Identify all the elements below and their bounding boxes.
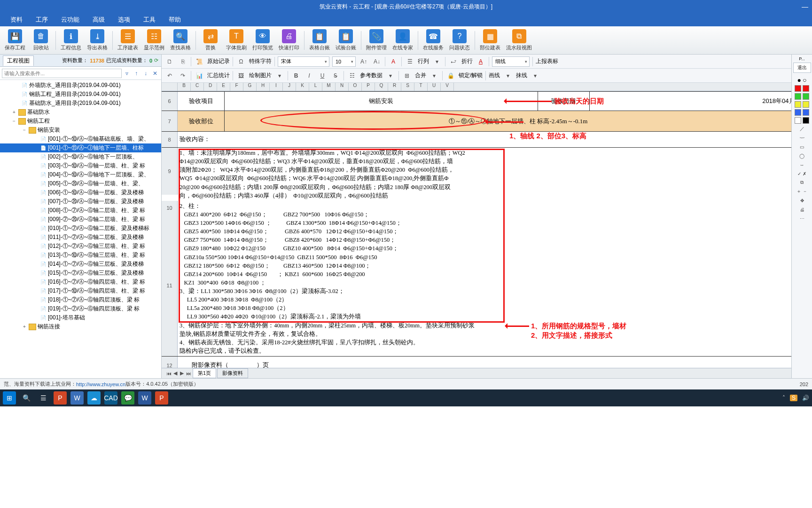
toolbar-试验台账[interactable]: 📋试验台账 — [333, 28, 359, 52]
col-header[interactable]: N — [336, 83, 349, 91]
tab-page1[interactable]: 第1页 — [193, 368, 216, 378]
col-header[interactable]: J — [283, 83, 296, 91]
col-header[interactable]: C — [191, 83, 204, 91]
project-tree[interactable]: 📄外墙防水_通用目录(2019.04.09-001)📄钢筋工程_通用目录(201… — [0, 80, 161, 378]
toolbar-回收站[interactable]: 🗑回收站 — [28, 28, 54, 52]
menu-帮助[interactable]: 帮助 — [162, 14, 187, 26]
value-check-item[interactable]: 钢筋安装 — [225, 92, 538, 111]
chevron-down-icon[interactable]: ▾ — [503, 71, 513, 81]
undo-icon[interactable]: ↶ — [164, 71, 175, 81]
btn-drawpic[interactable]: 绘制图片 — [249, 71, 272, 79]
add-icon[interactable]: ＋ － — [795, 188, 810, 195]
refresh-icon[interactable]: ⟳ — [154, 57, 158, 64]
tree-node[interactable]: +钢筋连接 — [0, 322, 161, 331]
tree-node[interactable]: 📄[001]-①~⑩/Ⓐ~Ⓖ轴基础底板、墙、梁、 — [0, 135, 161, 143]
history-icon[interactable]: 📜 — [194, 56, 204, 67]
search-icon[interactable]: 🔍 — [20, 391, 33, 405]
col-header[interactable]: V — [441, 83, 454, 91]
crop-icon[interactable]: ⧉ — [795, 179, 810, 186]
filter-icon[interactable]: ▿ — [123, 69, 131, 78]
toolbar-在线专家[interactable]: 👤在线专家 — [390, 28, 416, 52]
col-header[interactable]: R — [388, 83, 401, 91]
chart-icon[interactable]: 📊 — [194, 71, 204, 81]
underline-a-icon[interactable]: A — [476, 56, 486, 67]
new-icon[interactable]: 🗋 — [164, 56, 175, 67]
swatch-blue2[interactable] — [803, 109, 809, 116]
btn-original-record[interactable]: 原始记录 — [207, 57, 230, 65]
btn-merge[interactable]: 合并 — [415, 71, 426, 79]
tree-node[interactable]: 📄[010]-①~⑦/Ⓐ~Ⓖ轴二层板、梁及楼梯标 — [0, 224, 161, 233]
toolbar-在线服务[interactable]: ☎在线服务 — [420, 28, 446, 52]
print-icon[interactable]: 🖨 — [795, 206, 810, 213]
tree-node[interactable]: −钢筋安装 — [0, 126, 161, 135]
toolbar-打印预览[interactable]: 👁打印预览 — [250, 28, 276, 52]
cad-icon[interactable]: CAD — [104, 391, 117, 405]
btn-refdata[interactable]: 参考数据 — [360, 71, 383, 79]
toolbar-附件管理[interactable]: 📎附件管理 — [363, 28, 390, 52]
chevron-down-icon[interactable]: ▾ — [274, 71, 285, 81]
tree-node[interactable]: 📄[014]-①~⑦/Ⓐ~Ⓖ轴三层板、梁及楼梯 — [0, 260, 161, 269]
swatch-green[interactable] — [795, 93, 801, 100]
chevron-down-icon[interactable]: ▾ — [530, 71, 540, 81]
chevron-down-icon[interactable]: ▾ — [429, 71, 439, 81]
tree-node[interactable]: 📄[007]-①~⑳/Ⓐ~Ⓖ轴一层板、梁及楼梯 — [0, 197, 161, 206]
col-header[interactable]: F — [230, 83, 243, 91]
ppt2-icon[interactable]: P — [155, 391, 168, 405]
ellipse-icon[interactable]: ◯ — [795, 152, 810, 159]
tree-node[interactable]: 📄[019]-①~⑦/Ⓐ~Ⓖ轴四层顶板、梁 标 — [0, 304, 161, 313]
copy-icon[interactable]: ⎘ — [178, 56, 188, 67]
refdata-icon[interactable]: ☷ — [347, 71, 357, 81]
value-check-date[interactable]: 2018年04月21日 — [590, 92, 812, 111]
merge-icon[interactable]: ⊞ — [402, 71, 412, 81]
picture-icon[interactable]: 🖼 — [236, 71, 246, 81]
menu-云功能[interactable]: 云功能 — [55, 14, 86, 26]
tree-node[interactable]: 📄[001]-①~⑪/Ⓐ~Ⓙ轴地下一层墙、柱标 — [0, 143, 161, 152]
circle-outline-icon[interactable]: ○ — [803, 76, 806, 84]
toolbar-普换[interactable]: ⇄普换 — [198, 28, 223, 52]
curve-icon[interactable]: 〰 — [795, 134, 810, 142]
menu-选项[interactable]: 选项 — [111, 14, 137, 26]
wechat-icon[interactable]: 💬 — [121, 391, 134, 405]
exit-button[interactable]: 退出 — [793, 63, 811, 73]
chevron-down-icon[interactable]: ▾ — [385, 71, 396, 81]
value-check-location[interactable]: ①～⑪/Ⓐ～Ⓙ轴地下一层墙、柱 标高-2.45m～-0.1m — [225, 111, 812, 131]
menu-工序[interactable]: 工序 — [29, 14, 55, 26]
col-header[interactable]: D — [204, 83, 217, 91]
content-column-beam-spec[interactable]: 2、柱： GBZ1 400*200 6Φ12 Φ6@150； GBZ2 700*… — [178, 201, 812, 356]
col-header[interactable]: I — [270, 83, 283, 91]
check-icon[interactable]: ✓ ✗ — [795, 170, 810, 177]
toolbar-导出表格[interactable]: ⤓导出表格 — [84, 28, 110, 52]
fontsize-select[interactable]: 10 — [332, 56, 356, 67]
tray-vol-icon[interactable]: 🔊 — [802, 395, 809, 401]
fontsize-up-icon[interactable]: A↑ — [359, 56, 369, 67]
spreadsheet-body[interactable]: 6 验收项目 钢筋安装 验收日期 2018年04月21日 7 验收部位 ①～⑪/… — [162, 91, 812, 368]
tree-node[interactable]: 📄[005]-①~⑳/Ⓐ~Ⓖ轴一层墙、柱、梁、 — [0, 179, 161, 188]
btn-paint-line[interactable]: 画线 — [489, 71, 500, 79]
tree-node[interactable]: 📄基础防水_通用目录(2019.04.09-001) — [0, 99, 161, 108]
menu-资料[interactable]: 资料 — [4, 14, 29, 26]
circle-filled-icon[interactable]: ● — [797, 76, 801, 84]
toolbar-部位建表[interactable]: ▦部位建表 — [477, 28, 503, 52]
powerpoint-icon[interactable]: P — [54, 391, 67, 405]
toolbar-工程信息[interactable]: ℹ工程信息 — [58, 28, 84, 52]
col-header[interactable]: L — [309, 83, 322, 91]
strike-icon[interactable]: S̶ — [330, 71, 341, 81]
col-header[interactable]: H — [257, 83, 270, 91]
toolbar-查找表格[interactable]: 🔍查找表格 — [167, 28, 194, 52]
col-header[interactable]: G — [243, 83, 257, 91]
tab-images[interactable]: 影像资料 — [217, 368, 248, 378]
swatch-black[interactable] — [803, 117, 809, 124]
italic-icon[interactable]: I — [304, 71, 314, 81]
btn-rowcol[interactable]: 行列 — [418, 57, 429, 65]
tree-node[interactable]: 📄[006]-①~⑩/Ⓐ~Ⓖ轴一层板、梁及楼梯 — [0, 188, 161, 197]
tree-node[interactable]: 📄[018]-①~⑦/Ⓐ~Ⓖ轴四层顶板、梁 标 — [0, 295, 161, 304]
tree-node[interactable]: 📄[001]-塔吊基础 — [0, 313, 161, 322]
tree-node[interactable]: −钢筋工程 — [0, 117, 161, 126]
col-header[interactable]: E — [217, 83, 230, 91]
col-header[interactable]: Q — [375, 83, 388, 91]
font-select[interactable]: 宋体 — [278, 56, 329, 67]
toolbar-显示范例[interactable]: ☷显示范例 — [141, 28, 167, 52]
tray-up-icon[interactable]: ˄ — [782, 395, 785, 401]
pan-icon[interactable]: ✥ — [795, 197, 810, 204]
tray-ime-icon[interactable]: S — [790, 395, 797, 401]
